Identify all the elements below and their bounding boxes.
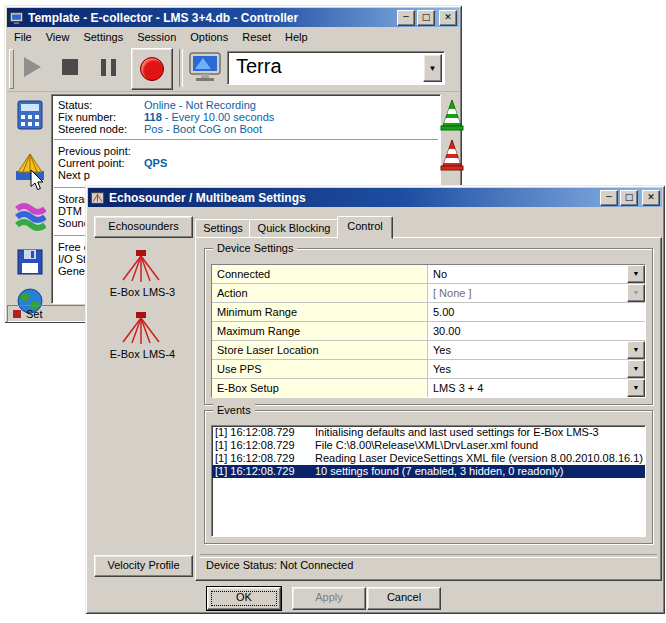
play-icon: [24, 57, 41, 77]
stop-button[interactable]: [53, 50, 87, 84]
setting-row: Maximum Range 30.00: [212, 322, 645, 341]
status-label: Next p: [58, 169, 90, 181]
panel-divider: [200, 554, 657, 558]
menu-view[interactable]: View: [39, 29, 77, 45]
dialog-title: Echosounder / Multibeam Settings: [109, 191, 598, 205]
status-row: Current point: QPS: [52, 157, 440, 169]
controller-title: Template - E-collector - LMS 3+4.db - Co…: [28, 11, 395, 25]
cancel-button[interactable]: Cancel: [367, 587, 441, 610]
dtm-waves-button[interactable]: [14, 201, 46, 233]
setting-row: Connected No▼: [212, 265, 645, 284]
echosounders-header-button[interactable]: Echosounders: [94, 216, 193, 238]
status-label: Fix number:: [58, 111, 116, 123]
close-icon[interactable]: ✕: [439, 10, 457, 26]
pause-button[interactable]: [91, 50, 125, 84]
node-combobox[interactable]: Terra ▼: [227, 51, 445, 85]
chevron-down-icon[interactable]: ▼: [627, 265, 645, 283]
computer-icon: [187, 49, 223, 85]
velocity-profile-button[interactable]: Velocity Profile: [94, 555, 193, 577]
desktop: Template - E-collector - LMS 3+4.db - Co…: [0, 0, 666, 623]
events-group: Events [1] 16:12:08.729Initialising defa…: [204, 410, 653, 544]
status-row: Steered node: Pos - Boot CoG on Boot: [52, 123, 440, 135]
device-status-text: Device Status: Not Connected: [206, 559, 353, 571]
echosounder-settings-window: Echosounder / Multibeam Settings ─ □ ✕ E…: [85, 185, 665, 614]
menu-reset[interactable]: Reset: [235, 29, 278, 45]
chevron-down-icon: ▼: [627, 284, 645, 302]
statusbar-text: Set: [26, 308, 43, 320]
events-list[interactable]: [1] 16:12:08.729Initialising defaults an…: [211, 425, 646, 537]
status-row: Fix number: 118 - Every 10.00 seconds: [52, 111, 440, 123]
maximize-icon[interactable]: □: [620, 190, 638, 206]
pause-icon: [101, 59, 106, 76]
setting-row: Action [ None ]▼: [212, 284, 645, 303]
setting-label: Use PPS: [212, 360, 428, 378]
setting-label: Maximum Range: [212, 322, 428, 340]
status-value: Pos - Boot CoG on Boot: [144, 123, 262, 135]
chevron-down-icon[interactable]: ▼: [627, 360, 645, 378]
group-title: Events: [213, 404, 255, 417]
tab-strip: Settings Quick Blocking Control: [195, 215, 660, 237]
setting-label: Store Laser Location: [212, 341, 428, 359]
event-row-selected[interactable]: [1] 16:12:08.72910 settings found (7 ena…: [212, 465, 645, 478]
device-item-lms4[interactable]: E-Box LMS-4: [88, 348, 197, 360]
setting-value-use-pps[interactable]: Yes▼: [428, 360, 645, 378]
tab-control[interactable]: Control: [337, 216, 393, 239]
setting-value-action: [ None ]▼: [428, 284, 645, 302]
group-title: Device Settings: [213, 242, 297, 255]
status-row: Status: Online - Not Recording: [52, 99, 440, 111]
menu-file[interactable]: File: [7, 29, 39, 45]
menu-options[interactable]: Options: [183, 29, 235, 45]
status-label: Current point:: [58, 157, 125, 169]
dialog-titlebar[interactable]: Echosounder / Multibeam Settings ─ □ ✕: [88, 188, 662, 207]
controller-titlebar[interactable]: Template - E-collector - LMS 3+4.db - Co…: [7, 8, 459, 27]
menu-settings[interactable]: Settings: [76, 29, 130, 45]
main-toolbar: Terra ▼: [7, 45, 459, 92]
controller-app-icon: [9, 11, 24, 25]
setting-value-connected[interactable]: No▼: [428, 265, 645, 283]
record-button[interactable]: [131, 48, 173, 90]
red-cone-icon: [440, 138, 464, 172]
calculator-button[interactable]: [14, 99, 46, 131]
settings-grid: Connected No▼ Action [ None ]▼ Minimum R…: [211, 264, 646, 398]
event-row[interactable]: [1] 16:12:08.729Initialising defaults an…: [212, 426, 645, 439]
play-button[interactable]: [15, 50, 49, 84]
device-settings-group: Device Settings Connected No▼ Action [ N…: [204, 248, 653, 405]
setting-value-store-laser-location[interactable]: Yes▼: [428, 341, 645, 359]
setting-label: Minimum Range: [212, 303, 428, 321]
laser-device-icon[interactable]: [118, 310, 164, 346]
close-icon[interactable]: ✕: [642, 190, 660, 206]
setting-value-ebox-setup[interactable]: LMS 3 + 4▼: [428, 379, 645, 397]
setting-row: Store Laser Location Yes▼: [212, 341, 645, 360]
toolbar-gripper[interactable]: [9, 49, 14, 89]
chevron-down-icon[interactable]: ▼: [627, 341, 645, 359]
menu-help[interactable]: Help: [278, 29, 315, 45]
laser-device-icon[interactable]: [118, 248, 164, 284]
event-row[interactable]: [1] 16:12:08.729Reading Laser DeviceSett…: [212, 452, 645, 465]
status-label: Status:: [58, 99, 92, 111]
setting-row: Minimum Range 5.00: [212, 303, 645, 322]
record-icon: [140, 57, 164, 81]
minimize-icon[interactable]: ─: [397, 10, 415, 26]
setting-value-minimum-range[interactable]: 5.00: [428, 303, 645, 321]
chevron-down-icon[interactable]: ▼: [627, 379, 645, 397]
event-row[interactable]: [1] 16:12:08.729File C:\8.00\Release\XML…: [212, 439, 645, 452]
device-item-lms3[interactable]: E-Box LMS-3: [88, 286, 197, 298]
menubar: File View Settings Session Options Reset…: [7, 28, 459, 45]
status-row: Previous point:: [52, 145, 440, 157]
chevron-down-icon[interactable]: ▼: [423, 54, 442, 82]
status-value: Online - Not Recording: [144, 99, 256, 111]
maximize-icon[interactable]: □: [417, 10, 435, 26]
apply-button[interactable]: Apply: [292, 587, 366, 610]
tab-quick-blocking[interactable]: Quick Blocking: [249, 219, 339, 238]
ok-button[interactable]: OK: [207, 587, 281, 610]
minimize-icon[interactable]: ─: [600, 190, 618, 206]
tab-settings[interactable]: Settings: [195, 219, 251, 238]
setting-value-maximum-range[interactable]: 30.00: [428, 322, 645, 340]
setting-row: Use PPS Yes▼: [212, 360, 645, 379]
dialog-app-icon: [90, 191, 105, 205]
status-label: Previous point:: [58, 145, 131, 157]
menu-session[interactable]: Session: [130, 29, 183, 45]
setting-label: Action: [212, 284, 428, 302]
save-button[interactable]: [14, 246, 46, 278]
stop-icon: [62, 59, 78, 75]
